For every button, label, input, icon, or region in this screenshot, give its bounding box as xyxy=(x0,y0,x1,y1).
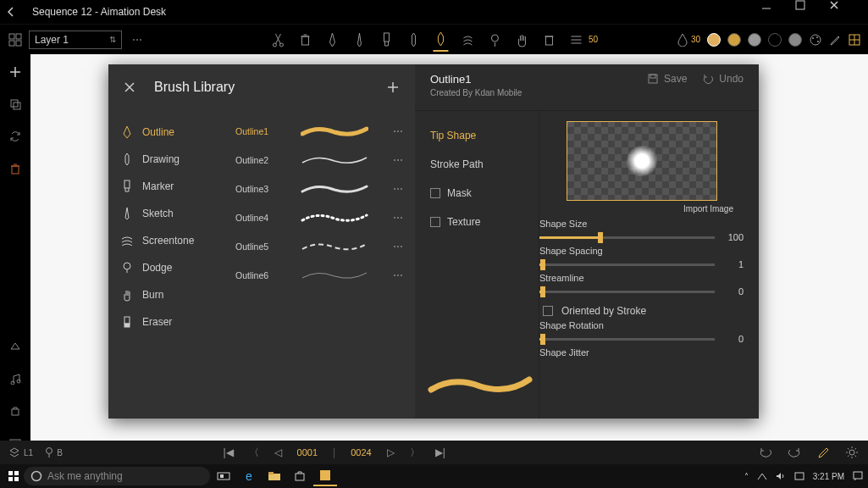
brush-item[interactable]: Outline5 ⋯ xyxy=(232,232,410,261)
category-label: Burn xyxy=(142,289,163,301)
close-button[interactable] xyxy=(829,0,863,24)
shape-icon[interactable] xyxy=(8,339,23,354)
save-button[interactable]: Save xyxy=(647,73,687,85)
svg-rect-40 xyxy=(296,474,304,480)
category-outline[interactable]: Outline xyxy=(108,119,227,146)
bucket-tool[interactable] xyxy=(541,28,556,52)
play-button[interactable]: ▷ xyxy=(387,446,395,458)
checkbox-icon[interactable] xyxy=(430,188,440,198)
smudge-tool[interactable] xyxy=(460,28,475,52)
tray-network-icon[interactable] xyxy=(757,472,767,480)
category-marker[interactable]: Marker xyxy=(108,173,227,200)
brush-item[interactable]: Outline4 ⋯ xyxy=(232,203,410,232)
swatch-2[interactable] xyxy=(727,33,741,47)
brush-item[interactable]: Outline1 ⋯ xyxy=(232,117,410,146)
grid-icon[interactable] xyxy=(7,31,24,48)
pen-tool-2[interactable] xyxy=(351,28,367,52)
task-view-icon[interactable] xyxy=(212,466,235,486)
lines-tool[interactable] xyxy=(568,28,583,52)
taskbar-search[interactable]: Ask me anything xyxy=(24,467,210,485)
swatch-5[interactable] xyxy=(788,33,802,47)
nav-texture[interactable]: Texture xyxy=(415,208,539,236)
prop-label: Shape Size xyxy=(539,219,744,229)
start-button[interactable] xyxy=(5,468,22,485)
pen-tool-1[interactable] xyxy=(324,28,340,52)
brush-item[interactable]: Outline2 ⋯ xyxy=(232,146,410,175)
import-image-button[interactable]: Import Image xyxy=(539,204,733,214)
layer-indicator[interactable]: L1 xyxy=(8,447,33,458)
category-drawing[interactable]: Drawing xyxy=(108,146,227,173)
layer-more-button[interactable]: ⋯ xyxy=(127,34,147,46)
category-burn[interactable]: Burn xyxy=(108,281,227,308)
category-eraser[interactable]: Eraser xyxy=(108,308,227,336)
palette-icon[interactable] xyxy=(809,33,822,47)
layer-select[interactable]: Layer 1 ⇅ xyxy=(29,30,122,49)
tray-notifications-icon[interactable] xyxy=(853,471,863,481)
category-dodge[interactable]: Dodge xyxy=(108,254,227,281)
brush-more-icon[interactable]: ⋯ xyxy=(390,154,406,166)
shape-size-slider[interactable] xyxy=(539,236,715,239)
dodge-tool[interactable] xyxy=(487,28,502,52)
undo-button[interactable]: Undo xyxy=(702,73,744,85)
back-button[interactable] xyxy=(5,6,25,18)
nav-tip-shape[interactable]: Tip Shape xyxy=(415,121,539,150)
brush-item[interactable]: Outline6 ⋯ xyxy=(232,261,410,290)
brush-more-icon[interactable]: ⋯ xyxy=(390,269,406,281)
streamline-slider[interactable] xyxy=(539,291,715,293)
tray-lang-icon[interactable] xyxy=(794,472,804,480)
tip-preview[interactable] xyxy=(567,121,717,201)
store-icon[interactable] xyxy=(288,466,312,486)
swatch-3[interactable] xyxy=(748,33,761,47)
minimize-button[interactable] xyxy=(761,0,795,24)
brush-tool[interactable] xyxy=(433,28,448,52)
prev-key-button[interactable]: ◁ xyxy=(274,446,282,458)
trash-icon[interactable] xyxy=(8,161,23,176)
last-frame-button[interactable]: ▶| xyxy=(435,446,445,458)
brush-more-icon[interactable]: ⋯ xyxy=(390,183,406,195)
undo-button[interactable] xyxy=(758,445,773,460)
oriented-checkbox[interactable] xyxy=(543,306,553,316)
redo-button[interactable] xyxy=(787,445,802,460)
shape-spacing-slider[interactable] xyxy=(539,263,715,266)
eyedropper-icon[interactable] xyxy=(829,34,841,46)
layers-icon[interactable] xyxy=(848,33,861,47)
nav-mask[interactable]: Mask xyxy=(415,179,539,208)
swatch-4[interactable] xyxy=(768,33,782,47)
hand-tool[interactable] xyxy=(514,28,529,52)
app-icon[interactable] xyxy=(313,466,337,486)
prev-frame-button[interactable]: 〈 xyxy=(249,446,259,460)
nav-stroke-path[interactable]: Stroke Path xyxy=(415,150,539,179)
maximize-button[interactable] xyxy=(795,0,829,24)
sync-icon[interactable] xyxy=(8,129,23,144)
bulb-indicator[interactable]: B xyxy=(45,446,63,458)
swatch-1[interactable] xyxy=(707,33,721,47)
modal-close-button[interactable] xyxy=(124,81,139,93)
category-screentone[interactable]: Screentone xyxy=(108,227,227,254)
checkbox-icon[interactable] xyxy=(430,217,440,227)
category-sketch[interactable]: Sketch xyxy=(108,200,227,227)
export-icon[interactable] xyxy=(8,403,23,419)
first-frame-button[interactable]: |◀ xyxy=(223,446,233,458)
settings-gear-icon[interactable] xyxy=(844,445,860,460)
copy-icon[interactable] xyxy=(8,97,23,112)
next-frame-button[interactable]: 〉 xyxy=(410,446,420,460)
shape-rotation-slider[interactable] xyxy=(539,338,715,341)
brush-more-icon[interactable]: ⋯ xyxy=(390,241,406,252)
edge-icon[interactable]: e xyxy=(237,466,261,486)
pencil-tool[interactable] xyxy=(406,28,421,52)
edit-pencil-icon[interactable] xyxy=(815,445,831,460)
trash-tool[interactable] xyxy=(297,28,312,52)
marker-tool[interactable] xyxy=(379,28,394,52)
brush-item[interactable]: Outline3 ⋯ xyxy=(232,175,410,203)
tray-volume-icon[interactable] xyxy=(776,472,786,480)
tray-up-icon[interactable]: ˄ xyxy=(744,472,749,481)
tray-clock[interactable]: 3:21 PM xyxy=(813,472,844,481)
cut-tool[interactable] xyxy=(270,28,285,52)
add-icon[interactable] xyxy=(8,64,23,80)
music-icon[interactable] xyxy=(8,371,23,386)
brush-more-icon[interactable]: ⋯ xyxy=(390,212,406,224)
modal-add-button[interactable] xyxy=(386,80,400,94)
explorer-icon[interactable] xyxy=(263,466,286,486)
brush-more-icon[interactable]: ⋯ xyxy=(390,125,406,137)
droplet-icon[interactable] xyxy=(677,33,688,47)
